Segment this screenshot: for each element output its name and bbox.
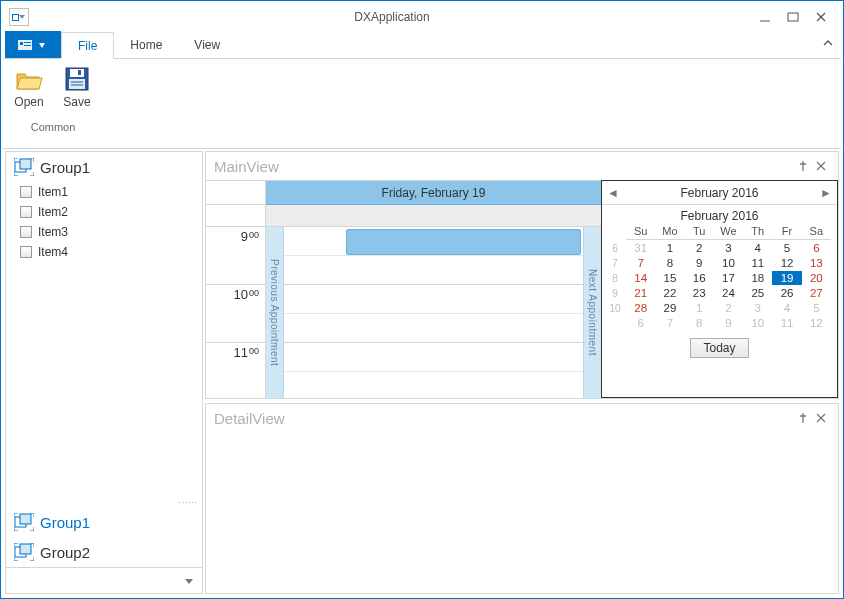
prev-appointment-handle[interactable]: Previous Appointment [266,227,284,398]
calendar-day[interactable]: 1 [685,301,714,315]
list-item[interactable]: Item3 [6,222,202,242]
scheduler[interactable]: Friday, February 19 90010001100 [206,180,601,398]
svg-rect-1 [788,13,798,21]
nav-group-a[interactable]: Group1 [6,507,202,537]
pin-button[interactable] [794,157,812,175]
svg-rect-11 [78,70,81,75]
calendar-day[interactable]: 19 [772,271,801,285]
quick-access-menu[interactable] [9,8,29,26]
calendar-week-number: 9 [604,286,626,300]
calendar-day[interactable]: 6 [802,241,831,255]
ribbon-app-button[interactable] [5,31,61,58]
calendar-day[interactable]: 27 [802,286,831,300]
ribbon-collapse-button[interactable] [823,37,833,51]
svg-rect-18 [20,514,31,524]
calendar-day[interactable]: 21 [626,286,655,300]
calendar-day[interactable]: 25 [743,286,772,300]
calendar-day[interactable]: 11 [772,316,801,330]
calendar-prev-button[interactable]: ◄ [602,186,624,200]
ribbon-tabstrip: File Home View [3,31,841,59]
tab-file[interactable]: File [61,32,114,59]
calendar-day[interactable]: 31 [626,241,655,255]
item-icon [20,206,32,218]
close-button[interactable] [807,6,835,28]
tab-home[interactable]: Home [114,31,178,58]
list-item[interactable]: Item1 [6,182,202,202]
calendar-day[interactable]: 12 [772,256,801,270]
calendar-day[interactable]: 15 [655,271,684,285]
tab-view[interactable]: View [178,31,236,58]
calendar-day[interactable]: 2 [714,301,743,315]
calendar-day[interactable]: 16 [685,271,714,285]
nav-group-top[interactable]: Group1 [6,152,202,182]
main-view-title: MainView [214,158,279,175]
maximize-button[interactable] [779,6,807,28]
calendar-day[interactable]: 22 [655,286,684,300]
close-panel-button[interactable] [812,157,830,175]
calendar-day[interactable]: 10 [714,256,743,270]
calendar-week-number: 7 [604,256,626,270]
calendar-day[interactable]: 10 [743,316,772,330]
list-item[interactable]: Item4 [6,242,202,262]
calendar-day[interactable]: 24 [714,286,743,300]
calendar-day[interactable]: 20 [802,271,831,285]
calendar-day[interactable]: 23 [685,286,714,300]
calendar-day[interactable]: 4 [743,241,772,255]
nav-group-b[interactable]: Group2 [6,537,202,567]
group-icon [14,543,34,561]
calendar-day[interactable]: 11 [743,256,772,270]
scheduler-allday-cell[interactable] [266,205,601,227]
calendar-day[interactable]: 6 [626,316,655,330]
svg-rect-20 [20,544,31,554]
time-ruler-slot: 1000 [206,285,265,343]
calendar-week-number: 6 [604,241,626,255]
calendar-day[interactable]: 12 [802,316,831,330]
calendar-day[interactable]: 2 [685,241,714,255]
scheduler-day-header[interactable]: Friday, February 19 [266,181,601,205]
splitter-handle[interactable]: ······ [6,498,202,507]
calendar-day[interactable]: 8 [655,256,684,270]
calendar-day[interactable]: 9 [685,256,714,270]
calendar-day[interactable]: 28 [626,301,655,315]
calendar-day[interactable]: 4 [772,301,801,315]
next-appointment-handle[interactable]: Next Appointment [583,227,601,398]
save-button[interactable]: Save [57,63,97,109]
window-title: DXApplication [33,10,751,24]
calendar-day[interactable]: 26 [772,286,801,300]
calendar-day[interactable]: 8 [685,316,714,330]
list-item[interactable]: Item2 [6,202,202,222]
group-icon [14,158,34,176]
close-panel-button[interactable] [812,409,830,427]
nav-overflow-button[interactable] [6,567,202,593]
nav-sidebar: Group1 Item1Item2Item3Item4 ······ Group… [5,151,203,594]
calendar-day[interactable]: 3 [714,241,743,255]
calendar-day[interactable]: 18 [743,271,772,285]
calendar-day[interactable]: 5 [772,241,801,255]
calendar-day[interactable]: 7 [626,256,655,270]
minimize-button[interactable] [751,6,779,28]
calendar-day[interactable]: 13 [802,256,831,270]
appointment-block[interactable] [346,229,581,255]
calendar-day[interactable]: 7 [655,316,684,330]
group-icon [14,513,34,531]
calendar-dow-header: We [714,225,743,240]
calendar-today-button[interactable]: Today [690,338,748,358]
svg-marker-21 [185,579,193,584]
calendar-month-label: February 2016 [602,205,837,225]
scheduler-grid[interactable] [266,227,601,398]
calendar-day[interactable]: 9 [714,316,743,330]
calendar-day[interactable]: 14 [626,271,655,285]
calendar-day[interactable]: 17 [714,271,743,285]
calendar-nav-label[interactable]: February 2016 [624,186,815,200]
nav-group-a-label: Group1 [40,514,90,531]
calendar-next-button[interactable]: ► [815,186,837,200]
item-icon [20,246,32,258]
calendar-day[interactable]: 5 [802,301,831,315]
calendar-day[interactable]: 3 [743,301,772,315]
calendar-dow-header: Sa [802,225,831,240]
calendar-day[interactable]: 29 [655,301,684,315]
pin-button[interactable] [794,409,812,427]
svg-rect-10 [70,69,84,77]
open-button[interactable]: Open [9,63,49,109]
calendar-day[interactable]: 1 [655,241,684,255]
